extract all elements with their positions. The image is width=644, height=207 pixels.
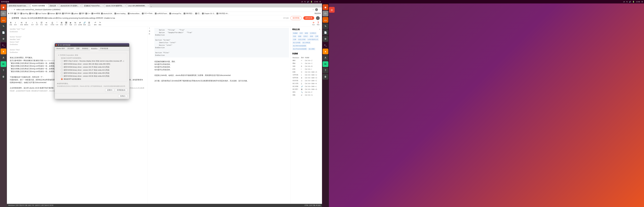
help-tag[interactable]: 列表	[292, 35, 297, 38]
help-tag[interactable]: 自定义列表	[298, 38, 306, 41]
driver-option[interactable]: 使用 NVIDIA binary driver - version 418.56…	[57, 74, 127, 78]
help-tag[interactable]: 插入甘特图	[292, 42, 301, 44]
trash-launcher[interactable]: 🗑	[0, 74, 6, 80]
help-tag[interactable]: 插入Flowchart流程图	[292, 48, 307, 50]
category-label[interactable]: 文章管理	[12, 17, 19, 20]
maximize-icon[interactable]	[60, 44, 62, 46]
pycharm-launcher[interactable]: PC	[322, 61, 328, 67]
dialog-tab[interactable]: 开发者选项	[99, 47, 110, 50]
apps-icon[interactable]: ⊞	[8, 12, 9, 14]
help-tag[interactable]: 注释	[314, 35, 319, 38]
close-icon[interactable]: ×	[29, 5, 30, 6]
vlc-launcher[interactable]: ▲	[0, 48, 6, 54]
dialog-tab[interactable]: 其它软件	[66, 47, 75, 50]
save-draft-button[interactable]: 保存草稿	[290, 16, 302, 20]
bookmark[interactable]: 智车未来	[62, 12, 70, 14]
browser-tab[interactable]: 写文章-CSDN博客×	[31, 4, 48, 8]
sync-scroll-icon[interactable]: ⇕	[149, 27, 150, 29]
bookmark[interactable]: error loading…	[114, 13, 127, 14]
bookmark[interactable]: (5条消息) ub…	[216, 12, 229, 14]
dialog-tab[interactable]: 身份验证	[81, 47, 90, 50]
table-button[interactable]: ⊞表格	[59, 22, 64, 26]
terminal-launcher[interactable]: >_	[0, 42, 6, 48]
browser-tab[interactable]: ubuntu 16.04 检测不到…×	[105, 4, 126, 8]
todo-button[interactable]: ☑待办	[40, 22, 44, 26]
fold-icon[interactable]: ▣	[149, 30, 150, 32]
image-button[interactable]: 🖼图片	[64, 22, 68, 26]
settings-launcher[interactable]: ⚙	[322, 36, 328, 42]
volume-icon[interactable]: 🔊	[629, 1, 631, 3]
bookmark[interactable]: python	[72, 13, 78, 14]
gedit-launcher[interactable]: ✎	[0, 23, 6, 29]
browser-tab[interactable]: Linux x64 (AMD64/EM6…×	[127, 4, 150, 8]
store-launcher[interactable]: A	[0, 55, 6, 61]
bookmark[interactable]: Kalman	[48, 13, 55, 14]
pycharm-launcher[interactable]: PC	[0, 61, 6, 67]
help-tag[interactable]: 链接	[298, 35, 302, 38]
bookmark[interactable]: Fast-Tracker	[36, 13, 47, 14]
help-tag[interactable]: 插入Mermaid流程图	[292, 44, 307, 47]
network-icon[interactable]: ⇅	[626, 1, 628, 3]
bookmark[interactable]: AprilTag	[20, 13, 28, 14]
forward-button[interactable]: →	[11, 8, 13, 11]
clock[interactable]: 12:40	[636, 1, 640, 2]
help-tag[interactable]: 目录	[299, 32, 304, 34]
back-button[interactable]: ←	[8, 8, 10, 11]
bookmark[interactable]: C/C++中ato…	[142, 12, 154, 14]
bookmark[interactable]: (5条消息) …	[184, 12, 194, 14]
italic-button[interactable]: I斜体	[13, 22, 18, 26]
store-launcher[interactable]: A	[322, 55, 328, 61]
gear-icon[interactable]: ⚙	[320, 1, 321, 3]
help-button[interactable]: ❓帮助	[316, 22, 320, 26]
redo-button[interactable]: ↷重做	[98, 22, 102, 26]
help-tag[interactable]: 文本样式	[309, 32, 317, 34]
trash-launcher[interactable]: 🗑	[322, 74, 328, 80]
bookmark[interactable]: 应用	[10, 12, 13, 14]
dialog-titlebar[interactable]: 软件和更新	[55, 43, 129, 47]
browser-tab[interactable]: [SOLVED] Xrandr/X doe…×	[8, 4, 30, 8]
undo-button[interactable]: ↶撤销	[93, 22, 98, 26]
bookmark[interactable]: (已…	[195, 12, 201, 14]
strike-button[interactable]: S删除线	[24, 22, 28, 26]
driver-option[interactable]: 使用 X.Org X server – Nouveau display driv…	[57, 60, 127, 62]
battery-icon[interactable]: 🔋	[632, 1, 634, 3]
restore-button[interactable]: 还原(V)	[105, 88, 114, 92]
bookmark[interactable]: ROS	[29, 13, 35, 14]
firefox-launcher[interactable]: 🦊	[322, 17, 328, 23]
sync-button[interactable]: ⟳同步	[311, 22, 316, 26]
bookmark[interactable]: C++	[86, 13, 90, 14]
close-icon[interactable]: ×	[319, 28, 320, 31]
dialog-tab[interactable]: 更新	[75, 47, 81, 50]
code-button[interactable]: {}代码块	[50, 22, 54, 26]
help-tag[interactable]: 注脚	[292, 38, 297, 41]
flowchart-button[interactable]: ⇄流程图	[78, 22, 82, 26]
toc-button[interactable]: 目目录	[87, 22, 91, 26]
help-tag[interactable]: 插入类图	[308, 48, 316, 50]
browser-tab[interactable]: ubuntu16.04 LTS 安装N…×	[59, 4, 82, 8]
heading-button[interactable]: H标题	[20, 22, 24, 26]
firefox-launcher[interactable]: 🦊	[0, 17, 6, 23]
menu-icon[interactable]: ⋮	[319, 8, 321, 11]
driver-option[interactable]: 使用 NVIDIA binary driver - version 430.64…	[57, 72, 127, 74]
bookmark[interactable]: 暂存	[79, 12, 84, 14]
browser-tab[interactable]: 历史记录×	[48, 4, 59, 8]
video-button[interactable]: ▶视频	[68, 22, 73, 26]
bookmark[interactable]: cn/roscpp/Tut…	[169, 13, 182, 14]
close-icon[interactable]: ×	[103, 5, 104, 6]
reading-list[interactable]: 阅读清单	[314, 12, 321, 14]
doc-launcher[interactable]: 📄	[0, 30, 6, 35]
files-launcher[interactable]: 🗀	[322, 11, 328, 16]
files-launcher[interactable]: 🗀	[0, 11, 6, 16]
help-tag[interactable]: 快捷键	[292, 32, 298, 34]
close-button[interactable]: 关闭(C)	[118, 94, 127, 98]
vendor-row[interactable]: ▾NVIDIA Corporation: 未知	[57, 54, 127, 57]
indent-button[interactable]: ⇥缩进	[44, 22, 48, 26]
publish-button[interactable]: 发布文章	[303, 16, 314, 20]
close-icon[interactable]: ×	[57, 5, 58, 6]
lang-indicator[interactable]: zh	[301, 1, 303, 2]
dash-button[interactable]: ◉	[322, 4, 328, 10]
volume-icon[interactable]: 🔊	[307, 1, 309, 3]
link-button[interactable]: 🔗链接	[82, 22, 87, 26]
minimize-icon[interactable]	[58, 44, 59, 46]
help-launcher[interactable]: ?	[322, 68, 328, 73]
